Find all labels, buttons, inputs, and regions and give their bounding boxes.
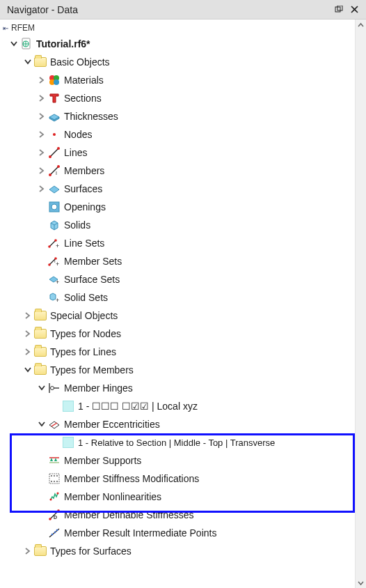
tree-item-openings[interactable]: · Openings [0,198,355,216]
chevron-down-icon[interactable] [8,38,19,49]
tree-item-surfaces[interactable]: Surfaces [0,180,355,198]
tree-item-nodes[interactable]: Nodes [0,125,355,144]
members-icon: I [47,164,61,178]
tree-item-line-sets[interactable]: · + Line Sets [0,234,355,252]
tree-item-solid-sets[interactable]: · + Solid Sets [0,288,355,307]
file-icon [19,37,33,51]
chevron-right-icon[interactable] [36,93,47,104]
svg-line-13 [50,148,58,157]
scroll-track[interactable] [356,31,366,577]
svg-text:+: + [56,261,59,268]
chevron-right-icon[interactable] [22,310,33,321]
thicknesses-label: Thicknesses [63,111,118,122]
basic-objects-label: Basic Objects [49,56,110,68]
types-for-lines-label: Types for Lines [49,346,116,357]
svg-point-18 [57,165,60,168]
openings-label: Openings [63,201,106,212]
scroll-up-button[interactable] [356,20,366,31]
tree-item-members[interactable]: I Members [0,162,355,180]
tree-item-member-stiffness-mods[interactable]: · Member Stiffness Modifications [0,470,355,488]
surfaces-icon [47,182,61,196]
chevron-right-icon[interactable] [36,147,47,158]
svg-point-11 [54,79,59,85]
folder-icon [33,309,47,323]
member-eccentricity-1-label: 1 - Relative to Section | Middle - Top |… [77,438,275,448]
svg-point-14 [49,155,51,158]
tree-item-surface-sets[interactable]: · + Surface Sets [0,270,355,288]
tree-item-types-for-lines[interactable]: Types for Lines [0,343,355,361]
tree-item-types-for-nodes[interactable]: Types for Nodes [0,325,355,343]
line-sets-label: Line Sets [63,238,104,249]
solids-label: Solids [63,219,90,231]
tree-item-member-supports[interactable]: · Member Supports [0,451,355,470]
svg-text:I: I [56,171,57,176]
chevron-right-icon[interactable] [36,75,47,86]
solid-sets-label: Solid Sets [63,292,108,303]
close-icon [351,6,358,13]
tree-item-member-nonlinearities[interactable]: · Member Nonlinearities [0,488,355,506]
swatch-icon [61,435,75,449]
tree-item-member-hinges[interactable]: Member Hinges [0,379,355,397]
chevron-up-icon [358,22,364,29]
svg-point-55 [56,529,58,532]
line-sets-icon: + [47,236,61,250]
vertical-scrollbar[interactable] [355,20,366,588]
folder-icon [33,345,47,359]
types-for-surfaces-label: Types for Surfaces [49,546,132,557]
tree-item-lines[interactable]: Lines [0,144,355,162]
member-sets-label: Member Sets [63,256,122,267]
tree-item-special-objects[interactable]: Special Objects [0,307,355,325]
special-objects-label: Special Objects [49,310,118,321]
chevron-right-icon[interactable] [36,165,47,176]
svg-point-23 [48,245,51,248]
dock-icon [335,6,343,14]
lines-label: Lines [63,147,87,158]
tree-item-solids[interactable]: · Solids [0,216,355,234]
chevron-right-icon[interactable] [22,546,33,557]
svg-point-46 [50,499,52,501]
tree[interactable]: ⇤ RFEM Tutorial.rf6* [0,20,355,588]
tree-item-member-eccentricity-1[interactable]: · 1 - Relative to Section | Middle - Top… [0,433,355,451]
svg-line-16 [50,167,58,175]
tree-item-member-result-inter-pts[interactable]: · Member Result Intermediate Points [0,524,355,542]
svg-point-50 [57,509,60,512]
root-label: RFEM [11,23,35,33]
scroll-down-button[interactable] [356,577,366,588]
tree-item-types-for-surfaces[interactable]: Types for Surfaces [0,542,355,560]
chevron-right-icon[interactable] [36,183,47,194]
tree-item-member-sets[interactable]: · I + Member Sets [0,252,355,270]
tree-item-member-definable-stiff[interactable]: · D Member Definable Stiffnesses [0,506,355,524]
folder-icon [33,363,47,377]
tree-item-materials[interactable]: Materials [0,71,355,89]
chevron-right-icon[interactable] [22,346,33,357]
tree-item-sections[interactable]: Sections [0,89,355,107]
member-eccentricities-icon [47,417,61,431]
titlebar: Navigator - Data [0,0,366,20]
tree-root[interactable]: ⇤ RFEM [0,21,355,35]
types-for-members-label: Types for Members [49,364,134,376]
dock-button[interactable] [331,2,347,17]
chevron-right-icon[interactable] [36,111,47,122]
tree-item-member-eccentricities[interactable]: Member Eccentricities [0,415,355,433]
svg-text:+: + [56,297,59,304]
chevron-right-icon[interactable] [36,129,47,140]
chevron-down-icon[interactable] [22,56,33,68]
nodes-icon [47,127,61,141]
solids-icon [47,218,61,232]
tree-item-basic-objects[interactable]: Basic Objects [0,53,355,71]
svg-point-21 [51,204,57,210]
tree-item-types-for-members[interactable]: Types for Members [0,361,355,379]
tree-item-member-hinge-1[interactable]: · 1 - ☐☐☐ ☐☑☑ | Local xyz [0,397,355,415]
member-supports-icon [47,454,61,467]
svg-point-47 [57,493,59,495]
tree-item-file[interactable]: Tutorial.rf6* [0,35,355,53]
chevron-right-icon[interactable] [22,328,33,339]
member-hinge-1-label: 1 - ☐☐☐ ☐☑☑ | Local xyz [77,401,198,412]
members-label: Members [63,165,104,176]
chevron-down-icon[interactable] [36,382,47,394]
chevron-down-icon[interactable] [22,364,33,376]
svg-point-49 [49,518,51,520]
tree-item-thicknesses[interactable]: Thicknesses [0,107,355,125]
chevron-down-icon[interactable] [36,419,47,430]
close-button[interactable] [347,2,362,17]
